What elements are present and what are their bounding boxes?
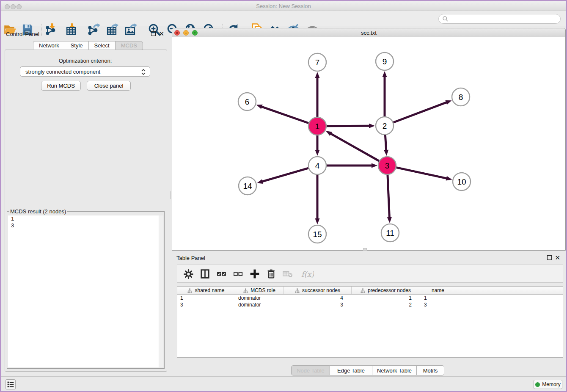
cell-name: 1 <box>420 295 456 301</box>
graph-node-14[interactable]: 14 <box>239 177 256 195</box>
graph-edge-4-15[interactable] <box>315 175 320 224</box>
graph-edge-4-14[interactable] <box>257 168 308 184</box>
table-header-row: shared nameMCDS rolesuccessor nodesprede… <box>177 287 563 295</box>
table-row-1[interactable]: 1dominator411 <box>177 295 563 301</box>
svg-text:6: 6 <box>245 97 250 106</box>
control-panel-title: Control Panel <box>6 31 39 37</box>
table-settings-icon[interactable] <box>183 268 194 279</box>
table-row-3[interactable]: 3dominator323 <box>177 301 563 308</box>
table-toolbar: f(x) <box>177 265 563 283</box>
graph-edge-2-9[interactable] <box>383 71 387 116</box>
network-view-window: × − + scc.txt 7968124314101511 <box>172 28 566 251</box>
graph-node-11[interactable]: 11 <box>381 224 399 242</box>
graph-node-4[interactable]: 4 <box>308 157 326 174</box>
stepper-icon <box>140 69 146 75</box>
node-table: shared nameMCDS rolesuccessor nodesprede… <box>177 286 563 358</box>
main-toolbar <box>1 11 566 27</box>
cell-successor-nodes: 3 <box>284 301 352 308</box>
search-box[interactable] <box>438 14 561 24</box>
graph-node-9[interactable]: 9 <box>376 52 394 70</box>
svg-text:2: 2 <box>383 121 387 130</box>
column-header-predecessor-nodes[interactable]: predecessor nodes <box>352 287 420 294</box>
graph-edge-3-1[interactable] <box>326 131 379 161</box>
tab-edge-table[interactable]: Edge Table <box>330 365 372 375</box>
graph-edge-3-11[interactable] <box>387 175 392 223</box>
select-all-columns-icon[interactable] <box>216 268 227 279</box>
graph-edge-2-8[interactable] <box>394 100 452 122</box>
search-input[interactable] <box>450 16 557 22</box>
unselect-all-columns-icon[interactable] <box>233 268 244 279</box>
network-graph[interactable]: 7968124314101511 <box>172 37 565 250</box>
memory-status-icon <box>535 382 540 387</box>
column-header-name[interactable]: name <box>420 287 456 294</box>
delete-table-icon <box>282 268 293 279</box>
float-panel-icon[interactable] <box>151 31 156 36</box>
close-panel-icon[interactable]: ✕ <box>159 31 164 36</box>
optimization-criterion-label: Optimization criterion: <box>1 58 169 64</box>
network-view-title: scc.txt <box>172 30 565 36</box>
tab-node-table[interactable]: Node Table <box>291 365 330 375</box>
network-window-titlebar[interactable]: × − + scc.txt <box>172 28 565 37</box>
cell-predecessor-nodes: 2 <box>352 301 420 308</box>
tab-network[interactable]: Network <box>33 41 65 50</box>
table-tabs: Node TableEdge TableNetwork TableMotifs <box>291 365 444 375</box>
close-panel-icon[interactable]: ✕ <box>555 255 560 260</box>
column-header-shared-name[interactable]: shared name <box>177 287 235 294</box>
graph-edge-1-7[interactable] <box>315 72 320 117</box>
window-title: Session: New Session <box>1 3 566 9</box>
mcds-result-list[interactable]: 13 <box>8 215 163 367</box>
svg-text:10: 10 <box>457 177 466 186</box>
add-column-icon[interactable] <box>249 268 260 279</box>
graph-edge-1-6[interactable] <box>256 105 309 123</box>
panel-divider-grip[interactable] <box>169 191 171 199</box>
delete-columns-icon[interactable] <box>266 268 277 279</box>
graph-node-8[interactable]: 8 <box>452 88 470 106</box>
graph-edge-1-2[interactable] <box>327 124 375 128</box>
graph-edge-1-4[interactable] <box>315 135 320 156</box>
function-builder-icon: f(x) <box>299 268 314 279</box>
mcds-result-box: MCDS result (2 nodes) 13 <box>7 208 165 369</box>
cell-shared-name: 1 <box>177 295 235 301</box>
svg-text:7: 7 <box>315 58 320 67</box>
mcds-result-title: MCDS result (2 nodes) <box>9 208 67 215</box>
graph-node-1[interactable]: 1 <box>308 117 326 135</box>
svg-text:9: 9 <box>383 57 387 66</box>
memory-button[interactable]: Memory <box>534 380 562 389</box>
task-list-button[interactable] <box>6 379 16 389</box>
graph-node-2[interactable]: 2 <box>376 117 394 135</box>
run-mcds-button[interactable]: Run MCDS <box>41 81 81 91</box>
tab-style[interactable]: Style <box>65 41 89 50</box>
graph-node-6[interactable]: 6 <box>238 93 256 110</box>
mcds-result-node: 3 <box>8 222 163 229</box>
optimization-criterion-select[interactable]: strongly connected component <box>20 66 150 77</box>
tab-mcds[interactable]: MCDS <box>116 41 143 50</box>
graph-node-10[interactable]: 10 <box>453 173 471 190</box>
graph-edge-3-10[interactable] <box>396 168 452 181</box>
control-panel: Control Panel ✕ NetworkStyleSelectMCDS O… <box>1 28 169 374</box>
svg-text:f(x): f(x) <box>301 270 314 278</box>
graph-node-7[interactable]: 7 <box>308 53 326 71</box>
column-header-successor-nodes[interactable]: successor nodes <box>284 287 352 294</box>
graph-edge-4-3[interactable] <box>327 163 377 168</box>
cell-successor-nodes: 4 <box>284 295 352 301</box>
cell-MCDS-role: dominator <box>235 295 284 301</box>
column-header-MCDS-role[interactable]: MCDS role <box>235 287 284 294</box>
graph-edge-2-3[interactable] <box>384 135 388 156</box>
network-canvas[interactable]: 7968124314101511 <box>172 37 565 250</box>
tab-network-table[interactable]: Network Table <box>372 365 417 375</box>
split-panel-icon[interactable] <box>200 268 211 279</box>
cell-shared-name: 3 <box>177 301 235 308</box>
close-panel-button[interactable]: Close panel <box>87 81 131 91</box>
tab-select[interactable]: Select <box>89 41 116 50</box>
tab-motifs[interactable]: Motifs <box>417 365 444 375</box>
svg-text:1: 1 <box>315 122 320 131</box>
scrollbar[interactable] <box>159 215 163 367</box>
graph-node-15[interactable]: 15 <box>308 225 326 243</box>
svg-text:14: 14 <box>243 182 252 190</box>
list-icon <box>6 380 15 389</box>
table-panel-title: Table Panel <box>176 255 205 261</box>
canvas-resize-grip[interactable] <box>363 248 367 251</box>
graph-node-3[interactable]: 3 <box>378 157 396 174</box>
cell-predecessor-nodes: 1 <box>352 295 420 301</box>
float-panel-icon[interactable] <box>547 255 552 260</box>
